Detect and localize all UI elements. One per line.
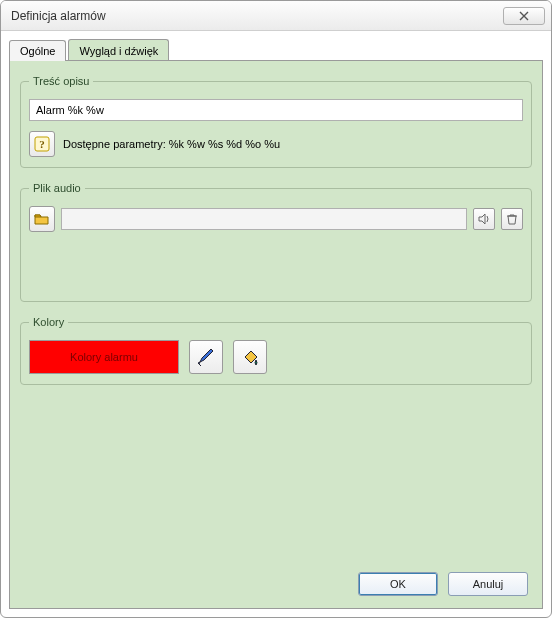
alarm-color-swatch[interactable]: Kolory alarmu xyxy=(29,340,179,374)
clear-audio-button[interactable] xyxy=(501,208,523,230)
group-description: Treść opisu ? Dostępne parametry: %k %w … xyxy=(20,75,532,168)
swatch-label: Kolory alarmu xyxy=(70,351,138,363)
foreground-color-button[interactable] xyxy=(189,340,223,374)
available-parameters-label: Dostępne parametry: %k %w %s %d %o %u xyxy=(63,138,280,150)
dialog-window: Definicja alarmów Ogólne Wygląd i dźwięk… xyxy=(0,0,552,618)
play-audio-button[interactable] xyxy=(473,208,495,230)
ok-button[interactable]: OK xyxy=(358,572,438,596)
tab-strip: Ogólne Wygląd i dźwięk xyxy=(9,39,543,60)
group-legend: Treść opisu xyxy=(29,75,93,87)
paint-bucket-icon xyxy=(239,346,261,368)
titlebar: Definicja alarmów xyxy=(1,1,551,31)
cancel-button[interactable]: Anuluj xyxy=(448,572,528,596)
close-button[interactable] xyxy=(503,7,545,25)
tab-label: Wygląd i dźwięk xyxy=(79,45,158,57)
close-icon xyxy=(519,11,529,21)
spacer xyxy=(20,399,532,566)
folder-open-icon xyxy=(34,212,50,226)
window-title: Definicja alarmów xyxy=(11,9,106,23)
description-input[interactable] xyxy=(29,99,523,121)
svg-text:?: ? xyxy=(39,138,45,150)
help-button[interactable]: ? xyxy=(29,131,55,157)
tab-appearance-sound[interactable]: Wygląd i dźwięk xyxy=(68,39,169,60)
dialog-buttons: OK Anuluj xyxy=(20,566,532,598)
audio-path-input[interactable] xyxy=(61,208,467,230)
question-icon: ? xyxy=(34,136,50,152)
background-color-button[interactable] xyxy=(233,340,267,374)
button-label: OK xyxy=(390,578,406,590)
group-audio: Plik audio xyxy=(20,182,532,302)
group-legend: Kolory xyxy=(29,316,68,328)
tab-label: Ogólne xyxy=(20,45,55,57)
browse-audio-button[interactable] xyxy=(29,206,55,232)
trash-icon xyxy=(505,212,519,226)
button-label: Anuluj xyxy=(473,578,504,590)
params-row: ? Dostępne parametry: %k %w %s %d %o %u xyxy=(29,131,523,157)
colors-row: Kolory alarmu xyxy=(29,340,523,374)
speaker-icon xyxy=(477,212,491,226)
tab-general[interactable]: Ogólne xyxy=(9,40,66,61)
group-legend: Plik audio xyxy=(29,182,85,194)
group-colors: Kolory Kolory alarmu xyxy=(20,316,532,385)
tab-panel-appearance: Treść opisu ? Dostępne parametry: %k %w … xyxy=(9,60,543,609)
brush-icon xyxy=(195,346,217,368)
audio-row xyxy=(29,206,523,232)
client-area: Ogólne Wygląd i dźwięk Treść opisu ? Do xyxy=(1,31,551,617)
